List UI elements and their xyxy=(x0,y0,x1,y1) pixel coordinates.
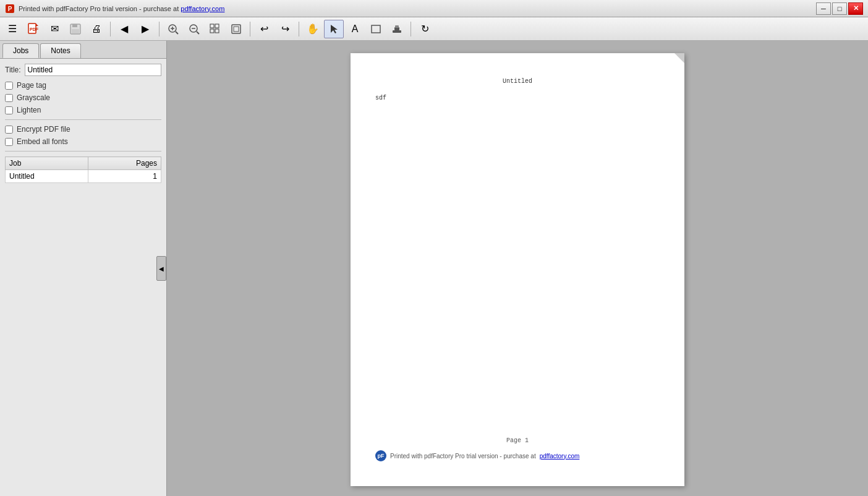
svg-rect-15 xyxy=(210,24,214,28)
svg-rect-6 xyxy=(72,24,77,27)
pdf-button[interactable]: PDF xyxy=(23,20,43,38)
toolbar: ☰ PDF ✉ 🖨 ◀ ▶ xyxy=(0,17,868,41)
embed-fonts-row: Embed all fonts xyxy=(5,137,161,146)
fit-button[interactable] xyxy=(226,20,246,38)
pdf-watermark: pF Printed with pdfFactory Pro trial ver… xyxy=(375,450,660,461)
title-bar: P Printed with pdfFactory Pro trial vers… xyxy=(0,0,868,17)
svg-text:PDF: PDF xyxy=(30,27,39,32)
pdf-viewer: Untitled sdf Page 1 pF Printed with pdfF… xyxy=(167,41,868,496)
separator-2 xyxy=(159,22,160,36)
title-bar-text: Printed with pdfFactory Pro trial versio… xyxy=(19,5,816,12)
main-area: Jobs Notes Title: Page tag Grayscale xyxy=(0,41,868,496)
maximize-button[interactable]: □ xyxy=(832,2,847,15)
select-button[interactable] xyxy=(324,20,344,38)
left-panel: Jobs Notes Title: Page tag Grayscale xyxy=(0,41,167,496)
undo-button[interactable]: ↩ xyxy=(254,20,274,38)
panel-splitter[interactable]: ◀ xyxy=(161,41,166,496)
page-tag-row: Page tag xyxy=(5,81,161,90)
page-tag-label[interactable]: Page tag xyxy=(17,81,46,90)
lighten-checkbox[interactable] xyxy=(5,106,13,114)
divider-1 xyxy=(5,119,161,120)
svg-rect-22 xyxy=(372,25,380,33)
encrypt-checkbox[interactable] xyxy=(5,126,13,134)
splitter-arrow[interactable]: ◀ xyxy=(156,256,166,281)
title-link[interactable]: pdffactory.com xyxy=(181,5,224,12)
app-icon: P xyxy=(5,4,15,14)
watermark-icon: pF xyxy=(375,450,386,461)
grayscale-label[interactable]: Grayscale xyxy=(17,93,50,102)
divider-2 xyxy=(5,151,161,152)
menu-button[interactable]: ☰ xyxy=(2,20,22,38)
svg-marker-21 xyxy=(331,25,338,33)
svg-rect-23 xyxy=(393,30,401,33)
job-cell: Untitled xyxy=(6,170,88,183)
svg-line-14 xyxy=(197,32,199,34)
table-row[interactable]: Untitled 1 xyxy=(6,170,161,183)
minimize-button[interactable]: ─ xyxy=(816,2,831,15)
title-text: Printed with pdfFactory Pro trial versio… xyxy=(19,5,181,12)
page-corner xyxy=(674,53,684,63)
separator-3 xyxy=(250,22,250,36)
title-input[interactable] xyxy=(25,64,161,76)
email-button[interactable]: ✉ xyxy=(45,20,64,38)
pdf-page-content: sdf xyxy=(375,95,660,425)
close-button[interactable]: ✕ xyxy=(848,2,863,15)
svg-rect-19 xyxy=(232,25,240,33)
refresh-button[interactable]: ↻ xyxy=(415,20,435,38)
panel-content: Title: Page tag Grayscale Lighten Encryp… xyxy=(0,59,166,496)
text-button[interactable]: A xyxy=(345,20,365,38)
back-button[interactable]: ◀ xyxy=(114,20,134,38)
encrypt-label[interactable]: Encrypt PDF file xyxy=(17,125,70,134)
embed-fonts-checkbox[interactable] xyxy=(5,138,13,146)
tab-bar: Jobs Notes xyxy=(0,41,166,59)
separator-4 xyxy=(299,22,299,36)
rect-button[interactable] xyxy=(366,20,386,38)
title-row: Title: xyxy=(5,64,161,76)
separator-1 xyxy=(110,22,111,36)
embed-fonts-label[interactable]: Embed all fonts xyxy=(17,137,68,146)
pages-cell: 1 xyxy=(88,170,161,183)
pdf-content-text: sdf xyxy=(375,95,386,101)
pan-button[interactable]: ✋ xyxy=(303,20,323,38)
pdf-page-footer: Page 1 xyxy=(375,437,660,444)
print-button[interactable]: 🖨 xyxy=(87,20,106,38)
svg-marker-4 xyxy=(36,24,38,26)
svg-rect-16 xyxy=(215,24,219,28)
svg-rect-7 xyxy=(72,29,79,33)
watermark-text: Printed with pdfFactory Pro trial versio… xyxy=(390,453,536,460)
stamp-button[interactable] xyxy=(387,20,407,38)
watermark-link[interactable]: pdffactory.com xyxy=(540,453,580,460)
redo-button[interactable]: ↪ xyxy=(275,20,295,38)
jobs-table: Job Pages Untitled 1 xyxy=(5,156,161,183)
job-column-header: Job xyxy=(6,157,88,170)
window-controls: ─ □ ✕ xyxy=(816,2,863,15)
pages-column-header: Pages xyxy=(88,157,161,170)
svg-rect-17 xyxy=(210,29,214,33)
svg-rect-25 xyxy=(395,25,399,28)
zoom-in-button[interactable] xyxy=(163,20,183,38)
svg-rect-18 xyxy=(215,29,219,33)
grid-button[interactable] xyxy=(205,20,225,38)
grayscale-row: Grayscale xyxy=(5,93,161,102)
tab-jobs[interactable]: Jobs xyxy=(2,43,39,58)
tab-notes[interactable]: Notes xyxy=(40,43,80,58)
encrypt-row: Encrypt PDF file xyxy=(5,125,161,134)
svg-rect-20 xyxy=(234,27,239,32)
forward-button[interactable]: ▶ xyxy=(135,20,155,38)
save-button[interactable] xyxy=(66,20,85,38)
title-label: Title: xyxy=(5,66,21,74)
zoom-out-button[interactable] xyxy=(184,20,204,38)
pdf-page-title: Untitled xyxy=(375,78,660,85)
lighten-label[interactable]: Lighten xyxy=(17,106,41,114)
grayscale-checkbox[interactable] xyxy=(5,94,13,102)
pdf-page: Untitled sdf Page 1 pF Printed with pdfF… xyxy=(351,53,684,486)
svg-text:P: P xyxy=(8,6,12,12)
page-tag-checkbox[interactable] xyxy=(5,82,13,90)
separator-5 xyxy=(411,22,411,36)
svg-line-11 xyxy=(176,32,178,34)
lighten-row: Lighten xyxy=(5,106,161,114)
